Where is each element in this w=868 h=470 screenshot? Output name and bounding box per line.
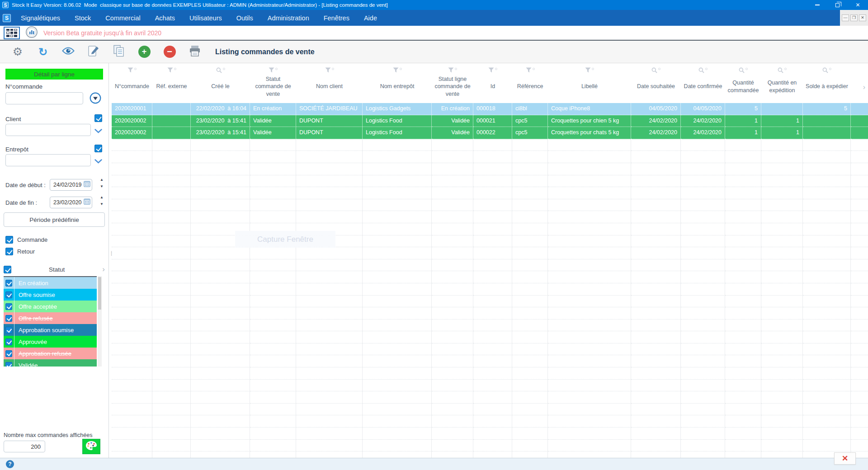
filter-icon[interactable]: [488, 67, 497, 74]
column-header-n-commande[interactable]: N°commande: [112, 63, 152, 103]
client-input[interactable]: [5, 124, 91, 136]
status-item-approuv-e[interactable]: Approuvée: [4, 336, 97, 348]
client-chevron-down-icon[interactable]: [94, 127, 102, 135]
menu-item-commercial[interactable]: Commercial: [98, 10, 147, 26]
restore-button[interactable]: [827, 0, 848, 10]
status-item-en-cr-ation[interactable]: En création: [4, 277, 97, 289]
menu-item-fen-tres[interactable]: Fenêtres: [316, 10, 357, 26]
column-header-cr-le[interactable]: Créé le: [191, 63, 250, 103]
spinner-down-icon[interactable]: ▼: [100, 202, 104, 206]
copy-button[interactable]: [112, 45, 126, 59]
help-button[interactable]: ?: [6, 460, 14, 468]
status-list-scrollbar[interactable]: [98, 276, 102, 367]
date-start-spinner[interactable]: ▲▼: [100, 178, 104, 188]
print-button[interactable]: [188, 45, 202, 58]
return-checkbox[interactable]: [5, 248, 13, 255]
spinner-up-icon[interactable]: ▲: [100, 196, 104, 199]
filter-icon[interactable]: [393, 67, 402, 74]
date-end-spinner[interactable]: ▲▼: [100, 196, 104, 206]
column-header-libell[interactable]: Libellé: [548, 63, 631, 103]
menu-item-aide[interactable]: Aide: [357, 10, 384, 26]
add-button[interactable]: +: [137, 46, 151, 58]
table-row[interactable]: 202002000122/02/2020 à 16:04En créationS…: [112, 103, 868, 115]
mdi-close-button[interactable]: ✕: [859, 14, 866, 21]
date-start-input[interactable]: 24/02/2019: [50, 179, 92, 191]
filter-icon[interactable]: [269, 67, 278, 74]
calendar-icon[interactable]: [84, 181, 90, 189]
settings-button[interactable]: ⚙: [11, 46, 24, 57]
filter-icon[interactable]: [585, 67, 594, 74]
column-header-r-f-rence[interactable]: Référence: [512, 63, 548, 103]
table-row[interactable]: 202002000223/02/2020 à 15:41ValidéeDUPON…: [112, 115, 868, 127]
status-item-valid-e[interactable]: Validée: [4, 359, 97, 367]
max-orders-input[interactable]: [4, 441, 45, 452]
status-item-offre-refus-e[interactable]: Offre refusée: [4, 312, 97, 324]
color-settings-button[interactable]: [82, 439, 100, 454]
menu-item-utilisateurs[interactable]: Utilisateurs: [182, 10, 229, 26]
client-filter-checkbox[interactable]: [94, 114, 102, 122]
status-item-offre-soumise[interactable]: Offre soumise: [4, 289, 97, 301]
order-number-dropdown-button[interactable]: [90, 92, 101, 104]
search-icon[interactable]: [739, 67, 748, 74]
date-end-input[interactable]: 23/02/2020: [50, 197, 92, 208]
column-header-solde-exp-dier[interactable]: Solde à expédier: [803, 63, 851, 103]
column-header-date-souhait-e[interactable]: Date souhaitée: [631, 63, 681, 103]
order-checkbox[interactable]: [5, 236, 13, 244]
status-all-checkbox[interactable]: [4, 266, 11, 273]
column-header-nom-entrep-t[interactable]: Nom entrepôt: [363, 63, 432, 103]
search-icon[interactable]: [778, 67, 787, 74]
column-header-statut-ligne-commande-de-vente[interactable]: Statut ligne commande de vente: [432, 63, 473, 103]
spinner-down-icon[interactable]: ▼: [100, 185, 104, 188]
filter-icon[interactable]: [325, 67, 334, 74]
grid-view-icon[interactable]: [4, 27, 20, 39]
chart-circle-icon[interactable]: [25, 26, 38, 40]
refresh-button[interactable]: ↻: [36, 47, 50, 57]
table-row[interactable]: 202002000223/02/2020 à 15:41ValidéeDUPON…: [112, 127, 868, 139]
order-number-input[interactable]: [5, 92, 83, 104]
menu-item-signal-tiques[interactable]: Signalétiques: [14, 10, 67, 26]
status-checkbox[interactable]: [5, 315, 12, 322]
warehouse-chevron-down-icon[interactable]: [94, 157, 102, 165]
chevron-right-icon[interactable]: ›: [102, 265, 105, 274]
mdi-restore-button[interactable]: [850, 14, 858, 21]
warehouse-input[interactable]: [5, 154, 91, 166]
column-header-quantit-command-e[interactable]: Quantité commandée: [725, 63, 761, 103]
column-header-id[interactable]: Id: [473, 63, 512, 103]
status-checkbox[interactable]: [5, 303, 12, 310]
edit-button[interactable]: [87, 45, 100, 59]
menu-item-stock[interactable]: Stock: [67, 10, 98, 26]
status-checkbox[interactable]: [5, 327, 12, 334]
view-button[interactable]: [61, 47, 75, 56]
menu-item-outils[interactable]: Outils: [229, 10, 260, 26]
status-checkbox[interactable]: [5, 338, 12, 345]
status-checkbox[interactable]: [5, 362, 12, 367]
column-header-quantit-en-exp-dition[interactable]: Quantité en expédition: [761, 63, 803, 103]
status-item-offre-accept-e[interactable]: Offre acceptée: [4, 301, 97, 312]
menu-item-achats[interactable]: Achats: [148, 10, 182, 26]
menu-item-administration[interactable]: Administration: [260, 10, 316, 26]
search-icon[interactable]: [822, 67, 831, 74]
status-checkbox[interactable]: [5, 280, 12, 287]
filter-icon[interactable]: [526, 67, 535, 74]
warehouse-filter-checkbox[interactable]: [94, 145, 102, 152]
search-icon[interactable]: [698, 67, 708, 74]
status-checkbox[interactable]: [5, 350, 12, 357]
scrollbar-thumb[interactable]: [98, 277, 101, 310]
column-header-r-f-externe[interactable]: Réf. externe: [152, 63, 191, 103]
remove-button[interactable]: −: [163, 46, 176, 58]
predefined-period-button[interactable]: Période prédéfinie: [4, 212, 105, 227]
status-item-approbation-refus-e[interactable]: Approbation refusée: [4, 348, 97, 359]
search-icon[interactable]: [216, 67, 225, 74]
column-header-date-confirm-e[interactable]: Date confirmée: [681, 63, 725, 103]
search-icon[interactable]: [651, 67, 660, 74]
mdi-minimize-button[interactable]: —: [842, 14, 849, 21]
column-header-statut-commande-de-vente[interactable]: Statut commande de vente: [250, 63, 296, 103]
calendar-icon[interactable]: [84, 198, 90, 207]
filter-icon[interactable]: [167, 67, 176, 74]
close-button[interactable]: ✕: [848, 0, 868, 10]
status-checkbox[interactable]: [5, 291, 12, 298]
column-header-nom-client[interactable]: Nom client: [296, 63, 363, 103]
scroll-right-chevron-icon[interactable]: ›: [863, 83, 865, 91]
close-window-button[interactable]: ✕: [834, 452, 856, 465]
detail-per-line-button[interactable]: Détail par ligne: [5, 69, 103, 80]
